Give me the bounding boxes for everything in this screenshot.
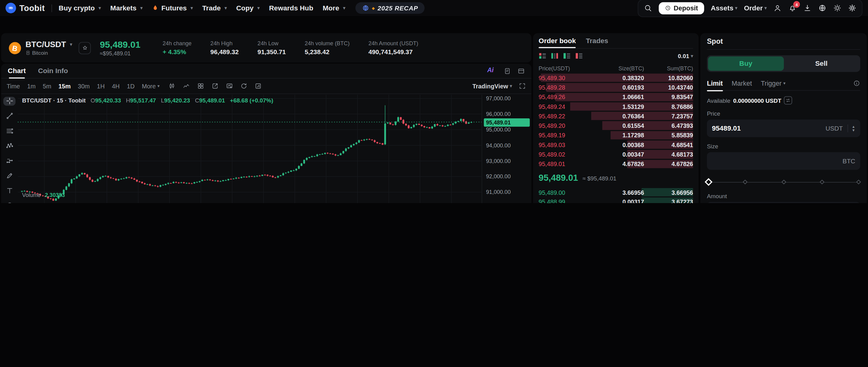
download-icon[interactable] — [803, 4, 811, 12]
book-both-icon[interactable] — [539, 52, 546, 60]
orderbook-row[interactable]: 95,489.220.763647.23757 — [539, 111, 693, 121]
orderbook-tabs: Order book Trades — [539, 33, 693, 49]
layout-grid-icon[interactable] — [197, 82, 205, 90]
ai-assistant-icon[interactable]: Ai — [487, 66, 497, 76]
tab-coin-info[interactable]: Coin Info — [38, 64, 68, 78]
bell-icon[interactable]: 4 — [788, 4, 797, 12]
indicators-icon[interactable] — [183, 82, 190, 90]
nav-item-futures[interactable]: Futures▾ — [152, 4, 193, 12]
price-stepper[interactable]: ▲▼ — [847, 125, 855, 132]
interval-30m[interactable]: 30m — [78, 82, 90, 89]
brush-tool[interactable] — [3, 171, 16, 180]
nav-item-copy[interactable]: Copy▾ — [236, 4, 259, 12]
chart-tab-row: Chart Coin Info Ai — [1, 64, 532, 78]
pattern-tool[interactable] — [3, 141, 16, 150]
settings-gear-icon[interactable] — [848, 4, 856, 12]
slider-stop-50[interactable] — [781, 179, 786, 184]
sell-tab[interactable]: Sell — [783, 56, 859, 71]
nav-item-rewards-hub[interactable]: Rewards Hub — [269, 4, 313, 12]
slider-stop-25[interactable] — [743, 179, 747, 184]
tab-trades[interactable]: Trades — [586, 37, 608, 48]
forecast-tool[interactable] — [3, 156, 16, 165]
nav-item-more[interactable]: More▾ — [322, 4, 345, 12]
precision-dropdown[interactable]: 0.01▾ — [678, 53, 693, 59]
pair-name: BTC/USDT — [25, 40, 66, 48]
orderbook-row[interactable]: 95,489.020.003474.68173 — [539, 149, 693, 159]
order-menu[interactable]: Order▾ — [744, 4, 767, 12]
orderbook-row[interactable]: 95,489.003.669563.66956 — [539, 188, 693, 197]
emoji-tool[interactable] — [3, 201, 16, 203]
transfer-icon[interactable] — [784, 96, 793, 105]
slider-stop-100[interactable] — [856, 179, 861, 184]
fullscreen-icon[interactable] — [519, 82, 526, 90]
orderbook-headers: Price(USDT) Size(BTC) Sum(BTC) — [539, 63, 693, 73]
interval-5m[interactable]: 5m — [43, 82, 52, 89]
type-market[interactable]: Market — [732, 76, 752, 91]
chart-canvas[interactable]: BTC/USDT · 15 · Toobit O95,420.33 H95,51… — [1, 95, 532, 203]
toobit-logo[interactable]: Toobit — [5, 3, 45, 13]
price-axis[interactable]: 95,489.01 2.30383 97,000.0096,000.0095,0… — [482, 95, 532, 203]
orderbook-mid[interactable]: 95,489.01 ≈ $95,489.01 — [539, 169, 693, 188]
interval-1d[interactable]: 1D — [127, 82, 134, 89]
nav-item-markets[interactable]: Markets▾ — [110, 4, 142, 12]
favorite-star-icon[interactable] — [79, 42, 91, 54]
interval-time[interactable]: Time — [7, 82, 20, 89]
size-input[interactable] — [712, 157, 839, 165]
nav-item-trade[interactable]: Trade▾ — [202, 4, 227, 12]
step-down-icon: ▼ — [852, 129, 856, 132]
globe-icon[interactable] — [818, 4, 826, 12]
book-split-icon[interactable] — [551, 52, 559, 60]
ticker-stat: 24h Amount (USDT)490,741,549.37 — [369, 40, 418, 55]
price-axis-label: 97,000.00 — [486, 95, 510, 102]
channels-tool[interactable] — [3, 127, 16, 135]
deposit-button[interactable]: Deposit — [659, 2, 704, 14]
order-edit-icon[interactable] — [255, 82, 262, 90]
chart-template-icon[interactable] — [226, 82, 234, 90]
type-trigger[interactable]: Trigger▾ — [761, 76, 786, 91]
refresh-icon[interactable] — [241, 82, 248, 90]
slider-handle[interactable] — [705, 178, 713, 186]
bid-rows: 95,489.003.669563.6695695,488.990.003173… — [539, 188, 693, 203]
book-bids-icon[interactable] — [563, 52, 570, 60]
size-slider[interactable] — [707, 177, 860, 187]
tradingview-selector[interactable]: TradingView▾ — [472, 82, 513, 89]
crosshair-tool[interactable] — [3, 97, 16, 106]
search-icon[interactable] — [644, 4, 652, 12]
candles-icon[interactable] — [168, 82, 176, 90]
slider-stop-75[interactable] — [819, 179, 824, 184]
orderbook-row[interactable]: 95,489.241.531298.76886 — [539, 102, 693, 111]
info-icon[interactable] — [853, 79, 860, 87]
text-tool[interactable] — [3, 186, 16, 195]
interval-1m[interactable]: 1m — [27, 82, 36, 89]
book-asks-icon[interactable] — [575, 52, 583, 60]
price-input[interactable] — [712, 125, 822, 132]
orderbook-row[interactable]: 95,489.191.172985.85839 — [539, 130, 693, 140]
price-chart[interactable]: BTC/USDT · 15 · Toobit O95,420.33 H95,51… — [18, 95, 482, 203]
orderbook-row[interactable]: 95,489.200.615546.47393 — [539, 121, 693, 130]
recap-banner[interactable]: ◆ 2025 RECAP — [355, 2, 425, 14]
interval-more[interactable]: More▾ — [142, 82, 159, 89]
ohlc-legend: BTC/USDT · 15 · Toobit O95,420.33 H95,51… — [22, 97, 273, 104]
share-icon[interactable] — [212, 82, 219, 90]
type-limit[interactable]: Limit — [707, 76, 723, 91]
orderbook-row[interactable]: 95,489.300.3832010.82060 — [539, 73, 693, 82]
interval-1h[interactable]: 1H — [97, 82, 105, 89]
buy-tab[interactable]: Buy — [708, 56, 783, 71]
orderbook-row[interactable]: 95,489.280.6019310.43740 — [539, 82, 693, 92]
pair-selector[interactable]: BTC/USDT▾ — [25, 40, 72, 48]
panel-layout-icon[interactable] — [518, 67, 525, 75]
assets-menu[interactable]: Assets▾ — [711, 4, 737, 12]
brightness-icon[interactable] — [833, 4, 841, 12]
orderbook-row[interactable]: 95,489.030.003684.68541 — [539, 140, 693, 149]
trendline-tool[interactable] — [3, 112, 16, 121]
tab-chart[interactable]: Chart — [8, 64, 26, 78]
interval-4h[interactable]: 4H — [112, 82, 120, 89]
user-icon[interactable] — [773, 4, 782, 12]
interval-15m[interactable]: 15m — [58, 82, 71, 89]
nav-item-buy-crypto[interactable]: Buy crypto▾ — [59, 4, 101, 12]
notes-icon[interactable] — [504, 67, 511, 75]
orderbook-row[interactable]: 95,489.261.066619.83547 — [539, 92, 693, 102]
orderbook-row[interactable]: 95,489.014.678264.67826 — [539, 159, 693, 168]
tab-orderbook[interactable]: Order book — [539, 37, 576, 48]
orderbook-row[interactable]: 95,488.990.003173.67273 — [539, 197, 693, 203]
